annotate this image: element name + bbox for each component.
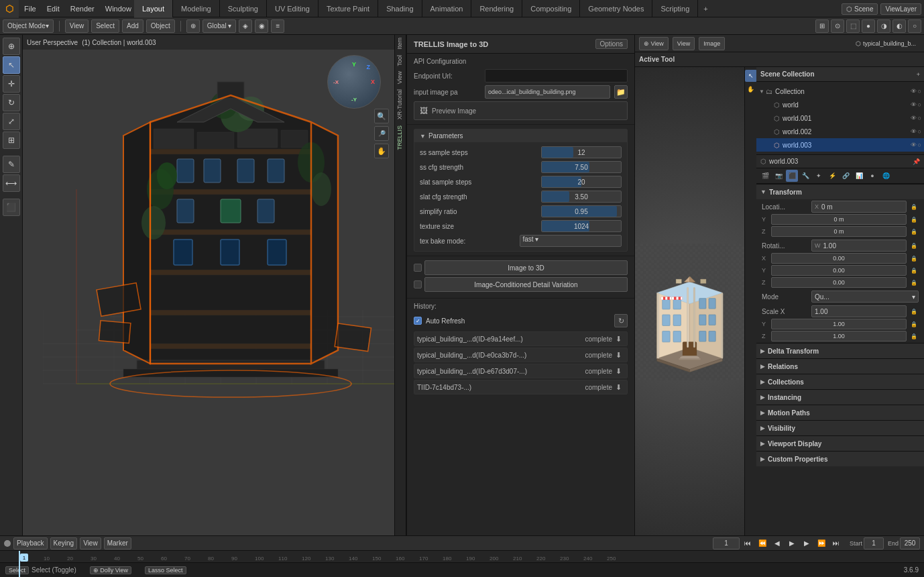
tab-sculpting[interactable]: Sculpting xyxy=(220,0,267,17)
right-image-btn[interactable]: Image xyxy=(699,37,725,50)
shading3-icon[interactable]: ◐ xyxy=(892,19,906,33)
object-mode-btn[interactable]: Object Mode ▾ xyxy=(3,19,54,33)
annotate-tool[interactable]: ✎ xyxy=(3,156,20,173)
overlay-icon[interactable]: ⊙ xyxy=(831,19,844,33)
collection-item-world001[interactable]: ⬡ world.001 👁 ○ xyxy=(756,111,924,125)
collection-item-world002[interactable]: ⬡ world.002 👁 ○ xyxy=(756,125,924,138)
scene-selector[interactable]: ⬡ Scene xyxy=(842,3,878,15)
cursor-tool[interactable]: ⊕ xyxy=(3,38,20,55)
prop-material-icon[interactable]: ● xyxy=(866,170,878,182)
menu-file[interactable]: File xyxy=(19,0,42,17)
app-logo[interactable]: ⬡ xyxy=(0,0,19,17)
side-tab-view[interactable]: View xyxy=(395,68,406,87)
tab-uv-editing[interactable]: UV Editing xyxy=(267,0,319,17)
view-btn[interactable]: View xyxy=(65,19,89,33)
scale-y-field[interactable]: 1.00 xyxy=(771,319,907,329)
prev-keyframe-btn[interactable]: ⏪ xyxy=(756,537,769,550)
history-download-2[interactable]: ⬇ xyxy=(612,365,624,377)
timeline-dot[interactable] xyxy=(4,540,11,547)
rotation-x-field[interactable]: 0.00 xyxy=(771,253,907,264)
menu-window[interactable]: Window xyxy=(100,0,137,17)
zoom-out-btn[interactable]: 🔎 xyxy=(374,126,389,141)
nav-neg-x-axis[interactable]: -X xyxy=(333,79,339,85)
tab-rendering[interactable]: Rendering xyxy=(471,0,522,17)
current-frame-display[interactable]: 1 xyxy=(713,537,740,549)
add-btn[interactable]: Add xyxy=(122,19,143,33)
motion-paths-header[interactable]: ▶ Motion Paths xyxy=(756,405,924,420)
prev-frame-btn[interactable]: ◀ xyxy=(770,537,784,550)
history-item-0[interactable]: typical_building_...d(ID-e9a14eef...) co… xyxy=(414,331,628,346)
collections-header[interactable]: ▶ Collections xyxy=(756,374,924,389)
location-y-field[interactable]: 0 m xyxy=(771,214,907,225)
object-btn[interactable]: Object xyxy=(146,19,175,33)
side-tab-xr-tutorial[interactable]: XR-Tutorial xyxy=(395,87,406,122)
side-tab-item[interactable]: Item xyxy=(395,35,406,52)
xray-icon[interactable]: ⬚ xyxy=(846,19,860,33)
select-tool[interactable]: ↖ xyxy=(3,56,20,74)
history-item-3[interactable]: TIID-7c14bd73-...) complete ⬇ xyxy=(414,380,628,395)
viewport-display-header[interactable]: ▶ Viewport Display xyxy=(756,436,924,451)
shading-icon[interactable]: ● xyxy=(862,19,875,33)
collection-item-world003[interactable]: ⬡ world.003 👁 ○ xyxy=(756,138,924,152)
rotation-z-field[interactable]: 0.00 xyxy=(771,277,907,288)
move-icon[interactable]: ⊕ xyxy=(186,19,200,33)
history-item-1[interactable]: typical_building_...d(ID-e0ca3b7d-...) c… xyxy=(414,348,628,362)
texture-size-slider[interactable]: 1024 xyxy=(541,220,622,232)
custom-properties-header[interactable]: ▶ Custom Properties xyxy=(756,452,924,466)
history-download-3[interactable]: ⬇ xyxy=(612,381,624,393)
rotation-z-lock[interactable]: 🔒 xyxy=(909,278,919,287)
gizmo-icon[interactable]: ⊞ xyxy=(815,19,829,33)
slat-sample-steps-slider[interactable]: 20 xyxy=(541,176,622,188)
global-btn[interactable]: Global ▾ xyxy=(203,19,237,33)
image-conditioned-checkbox[interactable] xyxy=(414,280,422,288)
nav-y-axis[interactable]: Y xyxy=(352,61,356,68)
object-pin-btn[interactable]: 📌 xyxy=(913,158,920,165)
add-workspace-tab[interactable]: + xyxy=(698,5,713,13)
scale-lock[interactable]: 🔒 xyxy=(909,307,919,316)
playback-menu[interactable]: Playback xyxy=(13,537,48,549)
delta-transform-header[interactable]: ▶ Delta Transform xyxy=(756,344,924,358)
cursor-ri-btn[interactable]: ↖ xyxy=(745,70,757,82)
start-frame-input[interactable]: 1 xyxy=(864,537,884,549)
proportional-icon[interactable]: ◉ xyxy=(255,19,268,33)
world-eye-icon[interactable]: 👁 xyxy=(911,101,917,108)
tab-modeling[interactable]: Modeling xyxy=(173,0,220,17)
params-header[interactable]: ▼ Parameters xyxy=(414,129,627,142)
prop-renderlayer-icon[interactable]: 📷 xyxy=(772,170,785,182)
world003-hide-icon[interactable]: ○ xyxy=(918,142,921,148)
transform-tool[interactable]: ⊞ xyxy=(3,132,20,149)
navigation-gizmo[interactable]: X Y Z -X -Y xyxy=(327,55,381,109)
menu-render[interactable]: Render xyxy=(65,0,100,17)
nav-neg-y-axis[interactable]: -Y xyxy=(351,97,357,103)
jump-end-btn[interactable]: ⏭ xyxy=(829,537,843,550)
transform-header[interactable]: ▼ Transform xyxy=(756,185,924,199)
location-x-field[interactable]: X 0 m xyxy=(811,201,907,213)
prop-scene-icon[interactable]: 🎬 xyxy=(759,170,771,182)
select-btn[interactable]: Select xyxy=(91,19,119,33)
menu-edit[interactable]: Edit xyxy=(42,0,65,17)
world002-hide-icon[interactable]: ○ xyxy=(918,128,921,135)
nav-z-axis[interactable]: Z xyxy=(367,64,371,70)
preview-image-bar[interactable]: 🖼 Preview Image xyxy=(414,101,628,120)
transform-ri-btn[interactable]: ✋ xyxy=(745,83,757,95)
add-cube-tool[interactable]: ⬛ xyxy=(3,199,20,216)
prop-physics-icon[interactable]: ⚡ xyxy=(826,170,838,182)
simplify-ratio-slider[interactable]: 0.95 xyxy=(541,205,622,217)
marker-menu[interactable]: Marker xyxy=(104,537,131,549)
prop-modifier-icon[interactable]: 🔧 xyxy=(799,170,811,182)
world-hide-icon[interactable]: ○ xyxy=(918,101,921,108)
collection-eye-icon[interactable]: 👁 xyxy=(911,88,917,95)
auto-refresh-checkbox[interactable]: ✓ xyxy=(414,317,422,325)
image-to-3d-btn[interactable]: Image to 3D xyxy=(424,260,628,275)
rotation-lock[interactable]: 🔒 xyxy=(909,241,919,250)
history-download-1[interactable]: ⬇ xyxy=(612,349,624,361)
scale-x-field[interactable]: 1.00 xyxy=(811,305,907,317)
scale-z-field[interactable]: 1.00 xyxy=(771,331,907,342)
snap-icon[interactable]: ◈ xyxy=(239,19,252,33)
right-scene-selector[interactable]: ⬡ typical_building_b... xyxy=(852,40,920,47)
endpoint-input[interactable] xyxy=(485,69,628,83)
prop-data-icon[interactable]: 📊 xyxy=(853,170,865,182)
browse-file-btn[interactable]: 📁 xyxy=(614,85,628,99)
ss-cfg-strength-slider[interactable]: 7.50 xyxy=(541,161,622,173)
rotate-tool[interactable]: ↻ xyxy=(3,94,20,111)
